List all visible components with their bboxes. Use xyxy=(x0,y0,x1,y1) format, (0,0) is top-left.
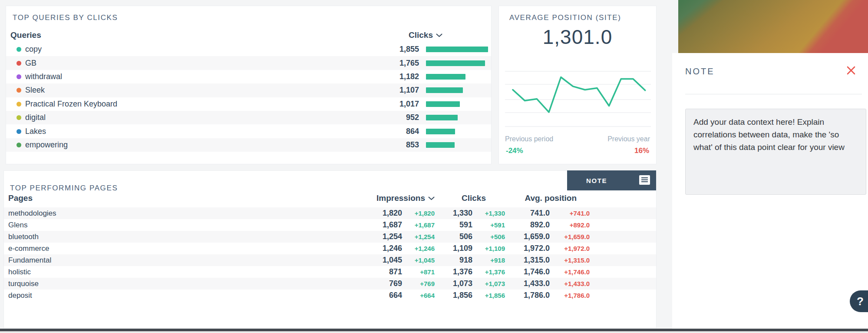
query-label: copy xyxy=(25,45,42,54)
clicks-delta: +1,330 xyxy=(472,210,505,217)
note-icon xyxy=(639,175,650,185)
query-bar xyxy=(426,115,458,120)
query-bar-track xyxy=(426,87,491,93)
query-label-wrap: Lakes xyxy=(17,127,375,136)
impressions-delta: +664 xyxy=(402,292,435,299)
avg-position-value: 892.0 xyxy=(505,220,550,230)
sparkline-path xyxy=(513,77,645,113)
query-clicks-value: 853 xyxy=(375,140,421,150)
query-label: Practical Frozen Keyboard xyxy=(25,100,117,109)
top-queries-panel: TOP QUERIES BY CLICKS Queries Clicks cop… xyxy=(6,6,492,164)
top-pages-title: TOP PERFORMING PAGES xyxy=(10,184,118,193)
clicks-delta: +1,073 xyxy=(472,280,505,287)
query-color-dot xyxy=(17,74,21,79)
query-bar xyxy=(426,87,463,93)
query-clicks-value: 1,107 xyxy=(375,86,421,95)
average-position-value: 1,301.0 xyxy=(499,25,656,49)
impressions-sort-header[interactable]: Impressions xyxy=(251,193,435,203)
help-button[interactable]: ? xyxy=(850,290,868,312)
clicks-delta: +918 xyxy=(472,256,505,264)
average-position-title: AVERAGE POSITION (SITE) xyxy=(509,13,621,22)
clicks-column-header: Clicks xyxy=(435,193,505,203)
avg-position-delta: +892.0 xyxy=(550,221,590,229)
page-name: Fundamental xyxy=(8,256,251,265)
query-bar-track xyxy=(426,47,491,52)
impressions-sort-label: Impressions xyxy=(376,193,425,203)
table-row: turquoise769+7691,073+1,0731,433.0+1,433… xyxy=(4,278,656,290)
avg-position-value: 1,659.0 xyxy=(505,232,550,241)
chevron-down-icon xyxy=(436,33,442,37)
page-name: turquoise xyxy=(8,280,251,288)
query-label-wrap: empowering xyxy=(17,140,375,150)
chevron-down-icon xyxy=(428,196,435,200)
query-bar xyxy=(426,142,455,148)
clicks-value: 591 xyxy=(435,220,472,230)
query-label: Lakes xyxy=(25,127,46,136)
query-label-wrap: Sleek xyxy=(17,86,375,95)
query-color-dot xyxy=(17,61,21,66)
page-name: Glens xyxy=(8,221,251,230)
query-bar xyxy=(426,101,460,107)
query-label-wrap: digital xyxy=(17,113,375,122)
impressions-delta: +1,687 xyxy=(402,221,435,229)
query-row: digital952 xyxy=(6,111,491,124)
query-row: withdrawal1,182 xyxy=(6,70,491,83)
table-row: bluetooth1,254+1,254506+5061,659.0+1,659… xyxy=(4,231,656,243)
below-window-area xyxy=(0,331,868,333)
clicks-value: 918 xyxy=(435,256,472,265)
impressions-value: 664 xyxy=(251,291,402,300)
table-row: e-commerce1,246+1,2461,109+1,1091,972.0+… xyxy=(4,243,656,254)
query-label: withdrawal xyxy=(25,72,62,81)
clicks-delta: +1,856 xyxy=(472,292,505,299)
note-divider xyxy=(685,94,862,94)
query-bar-track xyxy=(426,101,491,107)
note-textarea[interactable]: Add your data context here! Explain corr… xyxy=(685,109,866,195)
query-label: digital xyxy=(25,113,46,122)
query-rows: copy1,855GB1,765withdrawal1,182Sleek1,10… xyxy=(6,43,491,152)
impressions-value: 1,246 xyxy=(251,244,402,253)
page-name: holistic xyxy=(8,268,251,276)
clicks-delta: +1,376 xyxy=(472,268,505,276)
avg-position-delta: +1,659.0 xyxy=(550,233,590,240)
clicks-sort-label: Clicks xyxy=(409,30,433,40)
impressions-value: 1,254 xyxy=(251,232,402,241)
avg-position-delta: +741.0 xyxy=(550,210,590,217)
query-row: empowering853 xyxy=(6,138,491,152)
table-row: methodologies1,820+1,8201,330+1,330741.0… xyxy=(4,207,656,219)
query-color-dot xyxy=(17,88,21,93)
query-color-dot xyxy=(17,143,21,147)
avg-position-value: 1,315.0 xyxy=(505,256,550,265)
clicks-delta: +591 xyxy=(472,221,505,229)
impressions-delta: +769 xyxy=(402,280,435,287)
query-bar xyxy=(426,74,465,80)
clicks-delta: +1,109 xyxy=(472,245,505,252)
query-color-dot xyxy=(17,47,21,52)
clicks-value: 1,330 xyxy=(435,209,472,218)
page-name: deposit xyxy=(8,291,251,300)
avg-position-value: 741.0 xyxy=(505,209,550,218)
clicks-value: 1,073 xyxy=(435,279,472,288)
impressions-value: 1,687 xyxy=(251,220,402,230)
impressions-value: 1,045 xyxy=(251,256,402,265)
query-label-wrap: GB xyxy=(17,59,375,68)
table-row: deposit664+6641,856+1,8561,786.0+1,786.0 xyxy=(4,290,656,301)
note-cover-image xyxy=(678,0,868,53)
close-icon[interactable] xyxy=(846,65,856,76)
avg-position-value: 1,746.0 xyxy=(505,267,550,276)
help-button-label: ? xyxy=(857,295,864,308)
query-bar xyxy=(426,60,485,66)
impressions-value: 769 xyxy=(251,279,402,288)
note-button[interactable]: NOTE xyxy=(567,170,656,190)
query-bar-track xyxy=(426,129,491,134)
impressions-delta: +1,820 xyxy=(402,210,435,217)
impressions-value: 1,820 xyxy=(251,209,402,218)
query-label: Sleek xyxy=(25,86,45,95)
query-bar xyxy=(426,47,488,52)
query-row: GB1,765 xyxy=(6,56,491,70)
clicks-sort-header[interactable]: Clicks xyxy=(409,30,442,40)
previous-year-label: Previous year xyxy=(607,135,650,143)
query-label: GB xyxy=(25,59,36,68)
query-clicks-value: 1,182 xyxy=(375,72,421,81)
query-clicks-value: 1,765 xyxy=(375,59,421,68)
pages-table-header: Pages Impressions Clicks Avg. position xyxy=(4,193,656,203)
